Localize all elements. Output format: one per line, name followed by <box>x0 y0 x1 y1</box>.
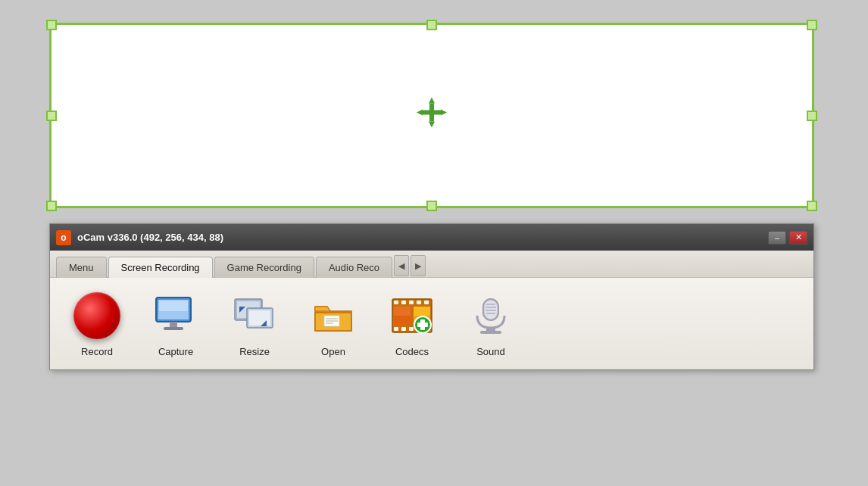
title-bar: o oCam v336.0 (492, 256, 434, 88) – ✕ <box>50 223 813 251</box>
svg-rect-25 <box>417 301 421 304</box>
tab-screen-recording[interactable]: Screen Recording <box>108 257 213 278</box>
codecs-button[interactable]: Codecs <box>380 287 444 360</box>
resize-button[interactable]: Resize <box>223 287 286 360</box>
sound-label: Sound <box>476 346 505 357</box>
codecs-icon <box>386 290 438 341</box>
move-icon[interactable] <box>415 95 448 136</box>
sound-button[interactable]: Sound <box>459 287 523 360</box>
app-icon: o <box>56 230 71 245</box>
record-circle <box>73 292 120 339</box>
sound-icon <box>465 290 517 341</box>
app-icon-label: o <box>61 232 66 243</box>
svg-rect-34 <box>394 307 411 316</box>
svg-rect-27 <box>394 327 398 331</box>
record-button[interactable]: Record <box>65 287 129 360</box>
handle-top-right[interactable] <box>807 20 817 30</box>
tab-bar: Menu Screen Recording Game Recording Aud… <box>50 251 813 278</box>
tab-audio-reco[interactable]: Audio Reco <box>316 257 392 278</box>
handle-bottom-left[interactable] <box>46 201 57 211</box>
capture-label: Capture <box>158 346 193 357</box>
svg-rect-40 <box>485 301 497 319</box>
record-icon <box>71 290 123 341</box>
title-bar-left: o oCam v336.0 (492, 256, 434, 88) <box>56 230 223 245</box>
svg-rect-8 <box>159 301 188 311</box>
capture-button[interactable]: Capture <box>144 287 208 360</box>
app-window: o oCam v336.0 (492, 256, 434, 88) – ✕ Me… <box>49 223 814 370</box>
svg-rect-46 <box>480 331 501 334</box>
svg-rect-35 <box>414 307 430 316</box>
svg-rect-29 <box>409 327 414 331</box>
svg-rect-14 <box>249 310 270 326</box>
toolbar: Record Capture <box>50 278 813 369</box>
handle-middle-right[interactable] <box>807 111 817 121</box>
svg-rect-5 <box>423 110 441 114</box>
handle-top-center[interactable] <box>426 20 437 30</box>
selection-rectangle[interactable] <box>49 23 814 208</box>
minimize-button[interactable]: – <box>768 231 786 245</box>
open-button[interactable]: Open <box>301 287 365 360</box>
record-label: Record <box>81 346 113 357</box>
svg-marker-0 <box>429 97 435 103</box>
svg-rect-45 <box>486 328 495 331</box>
close-button[interactable]: ✕ <box>789 231 807 245</box>
capture-icon <box>150 290 201 341</box>
title-text: oCam v336.0 (492, 256, 434, 88) <box>77 232 223 243</box>
tab-scroll-left[interactable]: ◀ <box>394 255 409 276</box>
codecs-label: Codecs <box>395 346 429 357</box>
tab-game-recording[interactable]: Game Recording <box>214 257 314 278</box>
svg-rect-10 <box>164 327 183 330</box>
tab-scroll-right[interactable]: ▶ <box>411 255 426 276</box>
handle-bottom-center[interactable] <box>426 201 437 211</box>
handle-middle-left[interactable] <box>46 111 57 121</box>
title-bar-controls: – ✕ <box>768 231 807 245</box>
svg-rect-22 <box>394 301 398 304</box>
svg-marker-1 <box>429 121 435 127</box>
resize-label: Resize <box>239 346 270 357</box>
open-icon <box>308 290 359 341</box>
resize-icon <box>229 290 280 341</box>
svg-rect-28 <box>401 327 406 331</box>
svg-marker-2 <box>417 109 423 115</box>
svg-rect-24 <box>409 301 414 304</box>
handle-bottom-right[interactable] <box>807 201 817 211</box>
svg-rect-23 <box>401 301 406 304</box>
svg-rect-38 <box>417 322 428 327</box>
open-label: Open <box>321 346 345 357</box>
svg-marker-3 <box>441 109 447 115</box>
tab-menu[interactable]: Menu <box>56 257 107 278</box>
svg-rect-26 <box>424 301 429 304</box>
handle-top-left[interactable] <box>46 20 57 30</box>
svg-rect-9 <box>170 322 177 328</box>
